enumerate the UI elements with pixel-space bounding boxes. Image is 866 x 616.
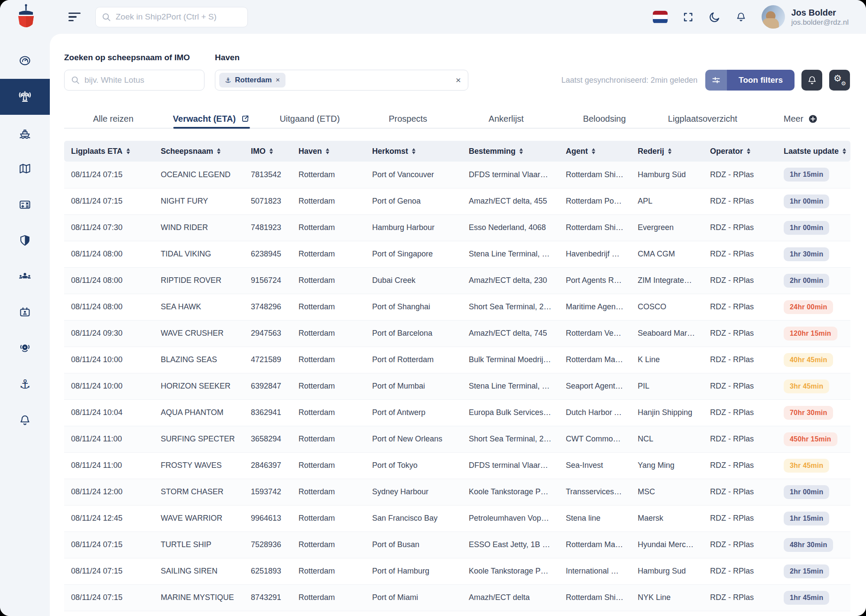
col-label: IMO	[251, 147, 266, 156]
cell-bestemming: Short Sea Terminal, 27…	[462, 426, 559, 452]
col-label: Laatste update	[784, 147, 839, 156]
sort-icon	[592, 148, 595, 155]
cell-scheepsnaam: FROSTY WAVES	[154, 452, 244, 479]
cell-bestemming: Short Sea Terminal, 27…	[462, 294, 559, 320]
table-row[interactable]: 08/11/24 11:00 SURFING SPECTER 3658294 R…	[64, 426, 850, 452]
update-badge: 1hr 00min	[784, 485, 829, 499]
cell-ligplaats-eta: 08/11/24 07:15	[64, 558, 154, 584]
table-row[interactable]: 08/11/24 07:15 NIGHT FURY 5071823 Rotter…	[64, 188, 850, 214]
table-row[interactable]: 08/11/24 07:15 OCEANIC LEGEND 7813542 Ro…	[64, 162, 850, 188]
tab-prospects[interactable]: Prospects	[359, 110, 457, 128]
cell-herkomst: Port of Tokyo	[365, 452, 462, 479]
tab-uitgaand-etd[interactable]: Uitgaand (ETD)	[261, 110, 359, 128]
cell-laatste-update: 24hr 00min	[777, 294, 850, 320]
global-search-input[interactable]	[95, 7, 248, 27]
table-settings-button[interactable]: ⚙⚙	[829, 70, 850, 91]
cell-herkomst: Port of Miami	[365, 584, 462, 611]
col-header-scheepsnaam[interactable]: Scheepsnaam	[154, 141, 244, 162]
col-header-agent[interactable]: Agent	[559, 141, 631, 162]
chip-remove-icon[interactable]: ×	[276, 76, 280, 84]
dark-mode-button[interactable]	[709, 11, 720, 23]
cell-ligplaats-eta: 08/11/24 12:00	[64, 479, 154, 505]
tab-verwacht-eta[interactable]: Verwacht (ETA)	[162, 110, 261, 128]
show-filters-button[interactable]: Toon filters	[705, 70, 795, 91]
table-row[interactable]: 08/11/24 11:00 FROSTY WAVES 2846397 Rott…	[64, 452, 850, 479]
col-header-rederij[interactable]: Rederij	[631, 141, 703, 162]
cell-laatste-update: 70hr 30min	[777, 399, 850, 426]
table-row[interactable]: 08/11/24 08:00 RIPTIDE ROVER 9156724 Rot…	[64, 267, 850, 294]
tab-alle-reizen[interactable]: Alle reizen	[64, 110, 162, 128]
tab-meer[interactable]: Meer	[752, 110, 850, 128]
sidebar-item-vessels[interactable]	[0, 115, 50, 151]
cell-agent: Rotterdam Ship…	[559, 214, 631, 241]
cell-haven: Rotterdam	[292, 532, 365, 558]
col-header-operator[interactable]: Operator	[703, 141, 777, 162]
cell-agent: Rotterdam Ship…	[559, 584, 631, 611]
cell-ligplaats-eta: 08/11/24 08:00	[64, 241, 154, 267]
cell-bestemming: Koole Tankstorage Per…	[462, 558, 559, 584]
menu-toggle-button[interactable]	[68, 13, 81, 22]
sort-icon	[126, 148, 130, 155]
sidebar-item-contacts[interactable]	[0, 295, 50, 331]
col-header-bestemming[interactable]: Bestemming	[462, 141, 559, 162]
sidebar-item-map[interactable]	[0, 151, 50, 187]
col-header-laatste-update[interactable]: Laatste update	[777, 141, 850, 162]
cell-bestemming: Koole Tankstorage Per…	[462, 479, 559, 505]
sidebar-item-team[interactable]	[0, 259, 50, 295]
table-alerts-button[interactable]	[801, 70, 822, 91]
voyages-table: Ligplaats ETA Scheepsnaam IMO Haven Herk…	[64, 141, 850, 611]
table-row[interactable]: 08/11/24 07:15 TURTLE SHIP 7528936 Rotte…	[64, 532, 850, 558]
sidebar-item-anchorage[interactable]: ⚓	[0, 366, 50, 402]
ship-search-label: Zoeken op scheepsnaam of IMO	[64, 53, 204, 62]
ship-search-input[interactable]	[64, 70, 204, 91]
table-row[interactable]: 08/11/24 08:00 SEA HAWK 3748296 Rotterda…	[64, 294, 850, 320]
table-row[interactable]: 08/11/24 07:30 WIND RIDER 7481923 Rotter…	[64, 214, 850, 241]
cell-scheepsnaam: RIPTIDE ROVER	[154, 267, 244, 294]
ship2port-logo-icon	[15, 3, 37, 30]
tab-ligplaatsoverzicht[interactable]: Ligplaatsoverzicht	[654, 110, 752, 128]
haven-chip-rotterdam[interactable]: ⚓ Rotterdam ×	[219, 73, 285, 88]
haven-select[interactable]: ⚓ Rotterdam × ×	[215, 70, 468, 91]
col-header-imo[interactable]: IMO	[244, 141, 292, 162]
table-row[interactable]: 08/11/24 10:00 BLAZING SEAS 4721589 Rott…	[64, 347, 850, 373]
update-badge: 3hr 45min	[784, 459, 829, 473]
cell-agent: Stena line	[559, 505, 631, 532]
sidebar-item-calculations[interactable]	[0, 187, 50, 223]
bell-icon	[807, 75, 817, 86]
table-row[interactable]: 08/11/24 10:00 HORIZON SEEKER 6392847 Ro…	[64, 373, 850, 399]
tab-ankerlijst[interactable]: Ankerlijst	[457, 110, 555, 128]
fullscreen-button[interactable]	[682, 11, 694, 23]
cell-operator: RDZ - RPlas	[703, 558, 777, 584]
cell-rederij: Hamburg Süd	[631, 162, 703, 188]
cell-imo: 4721589	[244, 347, 292, 373]
cell-bestemming: ESSO East Jetty, 1B Inner	[462, 532, 559, 558]
col-header-haven[interactable]: Haven	[292, 141, 365, 162]
cell-haven: Rotterdam	[292, 558, 365, 584]
col-header-herkomst[interactable]: Herkomst	[365, 141, 462, 162]
update-badge: 2hr 15min	[784, 564, 829, 578]
cell-rederij: MSC	[631, 479, 703, 505]
table-row[interactable]: 08/11/24 07:15 MARINE MYSTIQUE 8743291 R…	[64, 584, 850, 611]
tab-label: Meer	[784, 114, 804, 124]
sidebar-item-notifications[interactable]	[0, 402, 50, 438]
sidebar-item-security[interactable]	[0, 223, 50, 259]
sidebar: ⚓	[0, 34, 50, 616]
tab-beloodsing[interactable]: Beloodsing	[555, 110, 654, 128]
clear-haven-icon[interactable]: ×	[456, 75, 461, 85]
table-row[interactable]: 08/11/24 08:00 TIDAL VIKING 6238945 Rott…	[64, 241, 850, 267]
cell-rederij: Hanjin Shipping	[631, 399, 703, 426]
language-flag-nl[interactable]	[653, 11, 668, 23]
table-row[interactable]: 08/11/24 12:45 WAVE WARRIOR 9964613 Rott…	[64, 505, 850, 532]
sidebar-item-port-control[interactable]	[0, 79, 50, 115]
table-row[interactable]: 08/11/24 07:15 SAILING SIREN 6251893 Rot…	[64, 558, 850, 584]
user-menu[interactable]: Jos Bolder jos.bolder@rdz.nl	[762, 5, 849, 29]
table-row[interactable]: 08/11/24 12:00 STORM CHASER 1593742 Rott…	[64, 479, 850, 505]
sidebar-item-dashboard[interactable]	[0, 43, 50, 79]
table-row[interactable]: 08/11/24 10:04 AQUA PHANTOM 8362941 Rott…	[64, 399, 850, 426]
col-header-ligplaats-eta[interactable]: Ligplaats ETA	[64, 141, 154, 162]
cell-ligplaats-eta: 08/11/24 07:30	[64, 214, 154, 241]
dashboard-gauge-icon	[18, 54, 32, 68]
notifications-button[interactable]	[735, 11, 747, 23]
sidebar-item-alerts[interactable]	[0, 331, 50, 366]
table-row[interactable]: 08/11/24 09:30 WAVE CRUSHER 2947563 Rott…	[64, 320, 850, 347]
